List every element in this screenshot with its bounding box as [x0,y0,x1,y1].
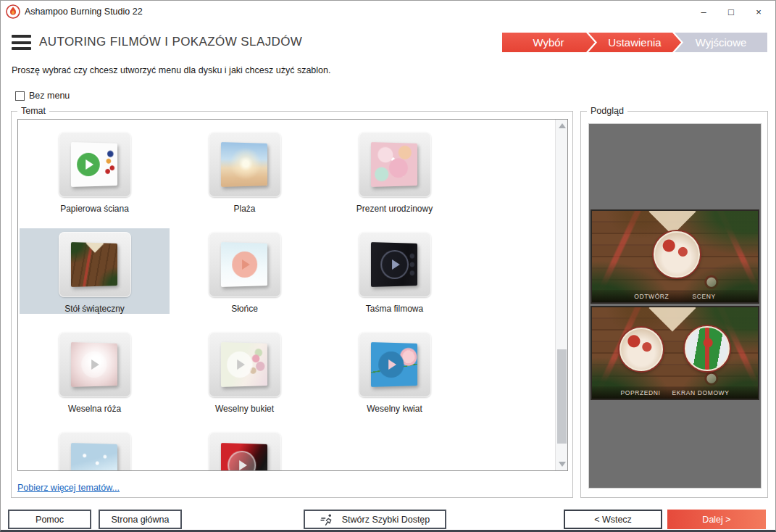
preview-groupbox: Podgląd ODTWÓRZ SCENY POPRZEDNI EKRAN DO… [580,111,768,498]
scrollbar-down-icon[interactable] [556,458,568,470]
runner-icon [320,513,335,526]
preview-menu-item: ODTWÓRZ [634,293,669,300]
theme-tile-weselna-roza[interactable]: Weselna róża [20,328,170,414]
back-button[interactable]: < Wstecz [564,510,662,529]
play-icon [228,451,256,471]
tile-label: Prezent urodzinowy [356,204,433,214]
theme-tile-prezent-urodzinowy[interactable]: Prezent urodzinowy [320,128,470,214]
help-button[interactable]: Pomoc [8,510,91,529]
app-window: Ashampoo Burning Studio 22 – □ × AUTORIN… [0,0,776,532]
theme-thumbnail [359,132,431,197]
theme-tile-winter[interactable] [20,428,170,471]
preview-menu-item: SCENY [692,293,715,300]
preview-menu-bar: POPRZEDNI EKRAN DOMOWY [592,386,758,399]
hamburger-menu-icon[interactable] [12,35,31,50]
tile-label: Taśma filmowa [366,304,423,314]
theme-thumbnail [59,132,131,197]
preview-photo-kids [654,231,700,278]
theme-thumbnail [59,332,131,397]
preview-group-label: Podgląd [587,106,627,116]
quick-access-button[interactable]: Stwórz Szybki Dostęp [304,510,446,529]
theme-thumbnail [359,332,431,397]
theme-thumbnail [209,232,281,297]
theme-tile-red-modern[interactable] [170,428,320,471]
scrollbar-track[interactable] [555,120,567,470]
theme-thumbnail [359,232,431,297]
maximize-button[interactable]: □ [717,1,745,22]
preview-panel: ODTWÓRZ SCENY POPRZEDNI EKRAN DOMOWY [588,123,762,489]
preview-menu-item: POPRZEDNI [621,389,661,396]
step-wybor: Wybór [502,33,595,52]
play-icon [75,151,101,178]
theme-list: Papierowa ściana Plaża Prezent urodzinow… [17,119,568,471]
step-wyjsciowe: Wyjściowe [675,33,767,52]
minimize-button[interactable]: – [690,1,717,22]
tile-label: Weselny kwiat [367,404,422,414]
home-button[interactable]: Strona główna [99,510,182,529]
tile-label: Plaża [233,204,255,214]
page-subtitle: Proszę wybrać czy chcesz utworzyć menu d… [12,65,330,75]
theme-grid: Papierowa ściana Plaża Prezent urodzinow… [20,128,470,471]
theme-thumbnail [59,232,131,297]
preview-menu-item: EKRAN DOMOWY [672,389,730,396]
preview-screen-main: ODTWÓRZ SCENY [591,209,759,304]
no-menu-checkbox-row[interactable]: Bez menu [15,91,70,101]
tile-label: Weselny bukiet [215,404,274,414]
theme-tile-papierowa-sciana[interactable]: Papierowa ściana [20,128,170,214]
play-icon [380,250,409,280]
tile-label: Słońce [231,304,258,314]
theme-group-label: Temat [17,106,49,116]
quick-access-label: Stwórz Szybki Dostęp [342,515,430,525]
more-themes-link[interactable]: Pobierz więcej tematów... [17,483,120,493]
scrollbar-up-icon[interactable] [556,120,568,132]
no-menu-checkbox[interactable] [15,91,25,101]
page-title: AUTORING FILMÓW I POKAZÓW SLAJDÓW [39,35,302,49]
preview-screen-scenes: POPRZEDNI EKRAN DOMOWY [591,306,759,400]
preview-menu-bar: ODTWÓRZ SCENY [592,290,758,302]
theme-tile-stol-swiateczny[interactable]: Stół świąteczny [20,228,170,314]
no-menu-label: Bez menu [29,91,70,101]
preview-photo-kids [619,328,663,371]
theme-thumbnail [59,432,131,471]
preview-photo-gift [685,326,730,371]
theme-tile-plaza[interactable]: Plaża [170,128,320,214]
titlebar: Ashampoo Burning Studio 22 – □ × [1,1,775,22]
tile-label: Papierowa ściana [60,204,129,214]
theme-thumbnail [209,432,281,471]
next-button[interactable]: Dalej > [667,510,766,529]
tile-label: Stół świąteczny [64,304,125,314]
theme-tile-weselny-kwiat[interactable]: Weselny kwiat [320,328,470,414]
theme-tile-tasma-filmowa[interactable]: Taśma filmowa [320,228,470,314]
play-icon [232,252,257,278]
tile-label: Weselna róża [68,404,121,414]
theme-thumbnail [209,332,281,397]
close-button[interactable]: × [745,1,772,22]
window-title: Ashampoo Burning Studio 22 [25,7,143,17]
play-icon [81,352,107,378]
play-icon [227,352,252,378]
theme-tile-slonce[interactable]: Słońce [170,228,320,314]
wizard-steps: Wybór Ustawienia Wyjściowe [502,33,767,52]
step-ustawienia: Ustawienia [588,33,681,52]
flame-icon [6,4,20,19]
theme-thumbnail [209,132,281,197]
play-icon [378,352,404,378]
theme-groupbox: Temat Papierowa ściana Plaża Prezent uro… [11,111,573,498]
theme-tile-weselny-bukiet[interactable]: Weselny bukiet [170,328,320,414]
scrollbar-thumb[interactable] [557,349,567,444]
